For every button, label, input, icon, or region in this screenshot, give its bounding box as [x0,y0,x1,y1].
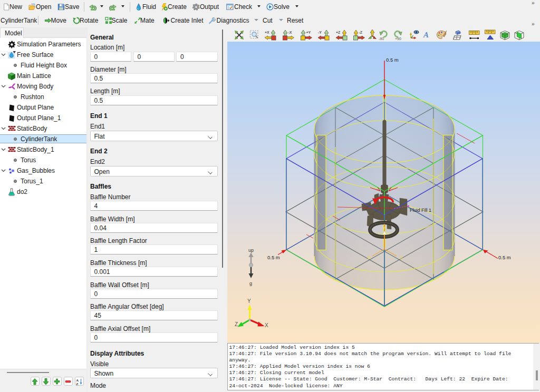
svg-text:Z: Z [368,254,371,260]
svg-text:-Z: -Z [359,31,363,34]
svg-text:g: g [249,281,252,286]
svg-text:+Y: +Y [306,31,311,34]
svg-text:Y: Y [247,298,251,304]
svg-text:+X: +X [265,31,269,34]
svg-text:-Y: -Y [318,31,322,34]
svg-text:-90: -90 [379,37,384,41]
svg-text:0.5 m: 0.5 m [386,57,399,63]
svg-text:X: X [400,254,403,260]
svg-text:+90: +90 [395,37,401,41]
svg-text:X: X [265,322,268,328]
svg-text:0.5 m: 0.5 m [267,254,280,260]
svg-text:+Z: +Z [336,31,341,34]
svg-text:-X: -X [288,31,292,34]
svg-text:Y: Y [382,225,386,231]
svg-text:Fluid Fill 1: Fluid Fill 1 [410,208,431,213]
svg-text:0.5 m: 0.5 m [498,254,511,260]
svg-text:Z: Z [76,381,79,385]
svg-text:Z: Z [235,321,238,327]
svg-text:up: up [248,248,254,253]
svg-text:A: A [423,31,429,39]
